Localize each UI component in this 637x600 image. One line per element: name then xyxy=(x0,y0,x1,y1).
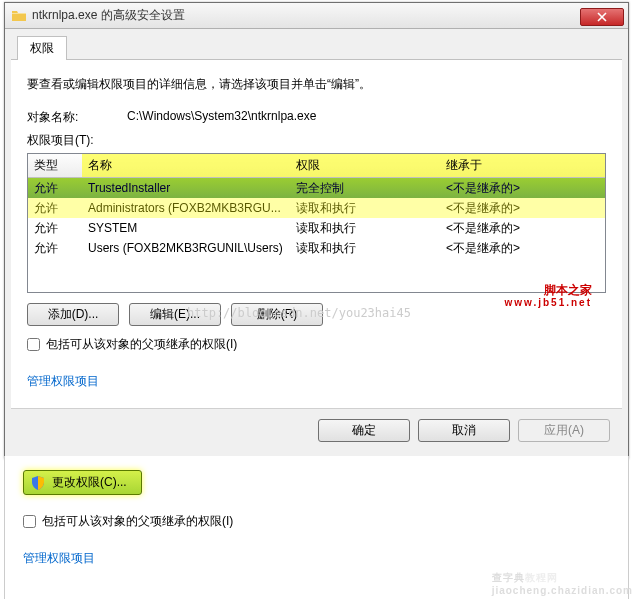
tabstrip: 权限 xyxy=(11,29,622,60)
col-type[interactable]: 类型 xyxy=(28,154,82,177)
window-title: ntkrnlpa.exe 的高级安全设置 xyxy=(32,7,580,24)
object-path: C:\Windows\System32\ntkrnlpa.exe xyxy=(127,109,606,126)
titlebar[interactable]: ntkrnlpa.exe 的高级安全设置 xyxy=(5,3,628,29)
close-button[interactable] xyxy=(580,8,624,26)
advanced-security-dialog: ntkrnlpa.exe 的高级安全设置 权限 要查看或编辑权限项目的详细信息，… xyxy=(4,2,629,459)
change-permissions-button[interactable]: 更改权限(C)... xyxy=(23,470,142,495)
tab-permissions[interactable]: 权限 xyxy=(17,36,67,60)
instruction-text: 要查看或编辑权限项目的详细信息，请选择该项目并单击“编辑”。 xyxy=(27,76,606,93)
permission-items-label: 权限项目(T): xyxy=(27,132,606,149)
col-name[interactable]: 名称 xyxy=(82,154,290,177)
cancel-button[interactable]: 取消 xyxy=(418,419,510,442)
dialog-footer: 确定 取消 应用(A) xyxy=(11,408,622,452)
edit-button[interactable]: 编辑(E)... xyxy=(129,303,221,326)
col-perm[interactable]: 权限 xyxy=(290,154,440,177)
permission-list[interactable]: 类型 名称 权限 继承于 允许 TrustedInstaller 完全控制 <不… xyxy=(27,153,606,293)
include-inherit-input[interactable] xyxy=(27,338,40,351)
list-header[interactable]: 类型 名称 权限 继承于 xyxy=(28,154,605,178)
table-row[interactable]: 允许 Users (FOXB2MKB3RGUNIL\Users) 读取和执行 <… xyxy=(28,238,605,258)
dialog-body: 权限 要查看或编辑权限项目的详细信息，请选择该项目并单击“编辑”。 对象名称: … xyxy=(5,29,628,458)
add-button[interactable]: 添加(D)... xyxy=(27,303,119,326)
manage-permissions-link-lower[interactable]: 管理权限项目 xyxy=(23,550,95,567)
table-row[interactable]: 允许 TrustedInstaller 完全控制 <不是继承的> xyxy=(28,178,605,198)
shield-icon xyxy=(30,475,46,491)
table-row[interactable]: 允许 SYSTEM 读取和执行 <不是继承的> xyxy=(28,218,605,238)
remove-button[interactable]: 删除(R) xyxy=(231,303,323,326)
folder-icon xyxy=(11,8,27,24)
object-name-label: 对象名称: xyxy=(27,109,127,126)
col-inherit[interactable]: 继承于 xyxy=(440,154,605,177)
apply-button[interactable]: 应用(A) xyxy=(518,419,610,442)
page-watermark: 查字典教程网 jiaocheng.chazidian.com xyxy=(492,568,633,596)
include-inherit-checkbox-lower[interactable]: 包括可从该对象的父项继承的权限(I) xyxy=(23,513,610,530)
manage-permissions-link[interactable]: 管理权限项目 xyxy=(27,373,99,390)
ok-button[interactable]: 确定 xyxy=(318,419,410,442)
close-icon xyxy=(597,12,607,22)
table-row[interactable]: 允许 Administrators (FOXB2MKB3RGU... 读取和执行… xyxy=(28,198,605,218)
brand-watermark: 脚本之家 www.jb51.net xyxy=(504,283,592,309)
include-inherit-input-lower[interactable] xyxy=(23,515,36,528)
include-inherit-checkbox[interactable]: 包括可从该对象的父项继承的权限(I) xyxy=(27,336,606,353)
